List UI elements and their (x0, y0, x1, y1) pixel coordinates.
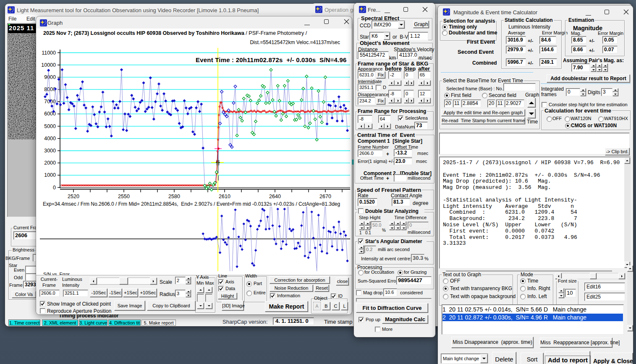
svg-text:3000: 3000 (44, 148, 56, 154)
svg-text:5000: 5000 (44, 123, 56, 129)
svg-text:0: 0 (53, 185, 56, 191)
svg-text:1000: 1000 (44, 172, 56, 178)
svg-text:9000: 9000 (44, 74, 56, 80)
svg-text:8000: 8000 (44, 86, 56, 92)
svg-text:2550: 2550 (118, 194, 130, 199)
svg-text:10000: 10000 (41, 62, 56, 68)
svg-text:2580: 2580 (168, 194, 180, 199)
svg-text:4000: 4000 (44, 136, 56, 141)
svg-text:2610: 2610 (219, 194, 230, 199)
svg-text:11000: 11000 (42, 50, 56, 56)
svg-text:2640: 2640 (269, 194, 281, 199)
svg-text:2670: 2670 (319, 194, 331, 199)
svg-text:2520: 2520 (68, 194, 79, 199)
svg-text:2000: 2000 (44, 160, 56, 166)
